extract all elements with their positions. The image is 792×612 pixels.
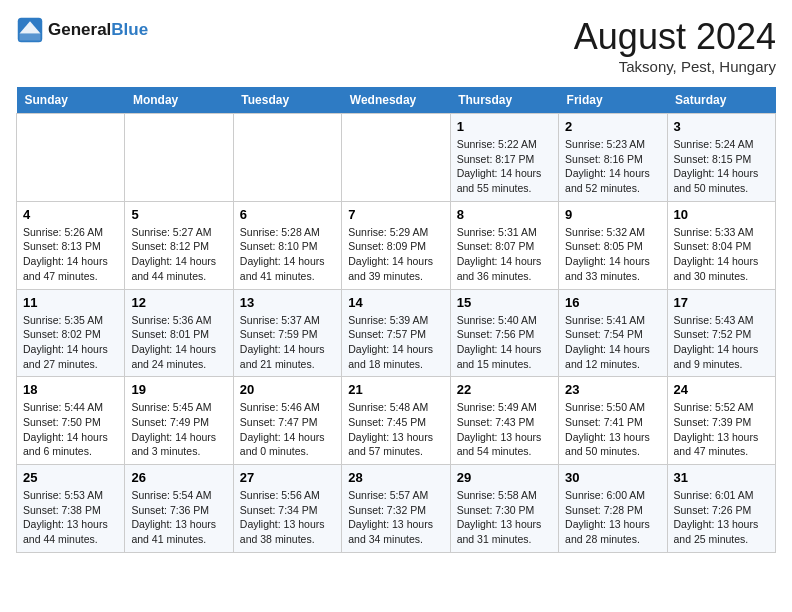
calendar-cell: 4Sunrise: 5:26 AM Sunset: 8:13 PM Daylig… (17, 201, 125, 289)
day-number: 9 (565, 207, 660, 222)
day-info: Sunrise: 5:56 AM Sunset: 7:34 PM Dayligh… (240, 488, 335, 547)
logo-text: GeneralBlue (48, 20, 148, 40)
day-info: Sunrise: 5:45 AM Sunset: 7:49 PM Dayligh… (131, 400, 226, 459)
day-number: 25 (23, 470, 118, 485)
calendar-cell: 20Sunrise: 5:46 AM Sunset: 7:47 PM Dayli… (233, 377, 341, 465)
day-info: Sunrise: 5:41 AM Sunset: 7:54 PM Dayligh… (565, 313, 660, 372)
calendar-cell: 12Sunrise: 5:36 AM Sunset: 8:01 PM Dayli… (125, 289, 233, 377)
day-number: 30 (565, 470, 660, 485)
day-number: 31 (674, 470, 769, 485)
title-block: August 2024 Taksony, Pest, Hungary (574, 16, 776, 75)
day-info: Sunrise: 5:26 AM Sunset: 8:13 PM Dayligh… (23, 225, 118, 284)
calendar-cell: 2Sunrise: 5:23 AM Sunset: 8:16 PM Daylig… (559, 114, 667, 202)
day-number: 8 (457, 207, 552, 222)
calendar-cell: 17Sunrise: 5:43 AM Sunset: 7:52 PM Dayli… (667, 289, 775, 377)
calendar-cell: 26Sunrise: 5:54 AM Sunset: 7:36 PM Dayli… (125, 465, 233, 553)
calendar-cell: 8Sunrise: 5:31 AM Sunset: 8:07 PM Daylig… (450, 201, 558, 289)
day-info: Sunrise: 5:58 AM Sunset: 7:30 PM Dayligh… (457, 488, 552, 547)
calendar-cell: 27Sunrise: 5:56 AM Sunset: 7:34 PM Dayli… (233, 465, 341, 553)
calendar-cell: 22Sunrise: 5:49 AM Sunset: 7:43 PM Dayli… (450, 377, 558, 465)
day-info: Sunrise: 5:54 AM Sunset: 7:36 PM Dayligh… (131, 488, 226, 547)
calendar-cell: 1Sunrise: 5:22 AM Sunset: 8:17 PM Daylig… (450, 114, 558, 202)
calendar-cell: 30Sunrise: 6:00 AM Sunset: 7:28 PM Dayli… (559, 465, 667, 553)
calendar-table: SundayMondayTuesdayWednesdayThursdayFrid… (16, 87, 776, 553)
calendar-cell: 11Sunrise: 5:35 AM Sunset: 8:02 PM Dayli… (17, 289, 125, 377)
calendar-cell: 13Sunrise: 5:37 AM Sunset: 7:59 PM Dayli… (233, 289, 341, 377)
calendar-cell: 14Sunrise: 5:39 AM Sunset: 7:57 PM Dayli… (342, 289, 450, 377)
calendar-week-row: 25Sunrise: 5:53 AM Sunset: 7:38 PM Dayli… (17, 465, 776, 553)
day-info: Sunrise: 5:23 AM Sunset: 8:16 PM Dayligh… (565, 137, 660, 196)
calendar-cell (233, 114, 341, 202)
calendar-cell: 25Sunrise: 5:53 AM Sunset: 7:38 PM Dayli… (17, 465, 125, 553)
day-info: Sunrise: 6:00 AM Sunset: 7:28 PM Dayligh… (565, 488, 660, 547)
calendar-cell: 6Sunrise: 5:28 AM Sunset: 8:10 PM Daylig… (233, 201, 341, 289)
calendar-cell: 18Sunrise: 5:44 AM Sunset: 7:50 PM Dayli… (17, 377, 125, 465)
calendar-cell (342, 114, 450, 202)
day-number: 14 (348, 295, 443, 310)
day-number: 17 (674, 295, 769, 310)
day-info: Sunrise: 5:49 AM Sunset: 7:43 PM Dayligh… (457, 400, 552, 459)
calendar-cell: 24Sunrise: 5:52 AM Sunset: 7:39 PM Dayli… (667, 377, 775, 465)
day-number: 18 (23, 382, 118, 397)
calendar-week-row: 1Sunrise: 5:22 AM Sunset: 8:17 PM Daylig… (17, 114, 776, 202)
day-number: 1 (457, 119, 552, 134)
month-title: August 2024 (574, 16, 776, 58)
day-info: Sunrise: 5:22 AM Sunset: 8:17 PM Dayligh… (457, 137, 552, 196)
day-of-week-header: Saturday (667, 87, 775, 114)
calendar-week-row: 11Sunrise: 5:35 AM Sunset: 8:02 PM Dayli… (17, 289, 776, 377)
day-number: 20 (240, 382, 335, 397)
calendar-cell: 28Sunrise: 5:57 AM Sunset: 7:32 PM Dayli… (342, 465, 450, 553)
day-number: 22 (457, 382, 552, 397)
day-of-week-header: Tuesday (233, 87, 341, 114)
day-of-week-header: Friday (559, 87, 667, 114)
day-of-week-header: Monday (125, 87, 233, 114)
day-number: 10 (674, 207, 769, 222)
day-info: Sunrise: 5:48 AM Sunset: 7:45 PM Dayligh… (348, 400, 443, 459)
day-info: Sunrise: 5:46 AM Sunset: 7:47 PM Dayligh… (240, 400, 335, 459)
calendar-cell: 3Sunrise: 5:24 AM Sunset: 8:15 PM Daylig… (667, 114, 775, 202)
calendar-cell: 15Sunrise: 5:40 AM Sunset: 7:56 PM Dayli… (450, 289, 558, 377)
calendar-week-row: 4Sunrise: 5:26 AM Sunset: 8:13 PM Daylig… (17, 201, 776, 289)
day-number: 15 (457, 295, 552, 310)
day-info: Sunrise: 5:36 AM Sunset: 8:01 PM Dayligh… (131, 313, 226, 372)
day-number: 21 (348, 382, 443, 397)
day-number: 11 (23, 295, 118, 310)
calendar-week-row: 18Sunrise: 5:44 AM Sunset: 7:50 PM Dayli… (17, 377, 776, 465)
day-of-week-header: Wednesday (342, 87, 450, 114)
day-number: 23 (565, 382, 660, 397)
day-info: Sunrise: 5:31 AM Sunset: 8:07 PM Dayligh… (457, 225, 552, 284)
day-number: 2 (565, 119, 660, 134)
day-info: Sunrise: 5:53 AM Sunset: 7:38 PM Dayligh… (23, 488, 118, 547)
calendar-cell: 19Sunrise: 5:45 AM Sunset: 7:49 PM Dayli… (125, 377, 233, 465)
day-info: Sunrise: 5:40 AM Sunset: 7:56 PM Dayligh… (457, 313, 552, 372)
calendar-cell: 9Sunrise: 5:32 AM Sunset: 8:05 PM Daylig… (559, 201, 667, 289)
day-number: 13 (240, 295, 335, 310)
svg-rect-2 (20, 34, 41, 41)
page-header: GeneralBlue August 2024 Taksony, Pest, H… (16, 16, 776, 75)
day-number: 24 (674, 382, 769, 397)
day-number: 27 (240, 470, 335, 485)
day-info: Sunrise: 5:57 AM Sunset: 7:32 PM Dayligh… (348, 488, 443, 547)
day-info: Sunrise: 6:01 AM Sunset: 7:26 PM Dayligh… (674, 488, 769, 547)
calendar-body: 1Sunrise: 5:22 AM Sunset: 8:17 PM Daylig… (17, 114, 776, 553)
day-info: Sunrise: 5:37 AM Sunset: 7:59 PM Dayligh… (240, 313, 335, 372)
day-info: Sunrise: 5:43 AM Sunset: 7:52 PM Dayligh… (674, 313, 769, 372)
day-info: Sunrise: 5:44 AM Sunset: 7:50 PM Dayligh… (23, 400, 118, 459)
day-number: 28 (348, 470, 443, 485)
day-of-week-header: Thursday (450, 87, 558, 114)
day-number: 4 (23, 207, 118, 222)
calendar-cell: 10Sunrise: 5:33 AM Sunset: 8:04 PM Dayli… (667, 201, 775, 289)
day-number: 3 (674, 119, 769, 134)
day-info: Sunrise: 5:35 AM Sunset: 8:02 PM Dayligh… (23, 313, 118, 372)
logo-icon (16, 16, 44, 44)
day-number: 5 (131, 207, 226, 222)
day-number: 12 (131, 295, 226, 310)
day-number: 7 (348, 207, 443, 222)
day-number: 16 (565, 295, 660, 310)
day-info: Sunrise: 5:28 AM Sunset: 8:10 PM Dayligh… (240, 225, 335, 284)
day-of-week-header: Sunday (17, 87, 125, 114)
day-info: Sunrise: 5:50 AM Sunset: 7:41 PM Dayligh… (565, 400, 660, 459)
day-number: 26 (131, 470, 226, 485)
calendar-cell: 31Sunrise: 6:01 AM Sunset: 7:26 PM Dayli… (667, 465, 775, 553)
day-info: Sunrise: 5:33 AM Sunset: 8:04 PM Dayligh… (674, 225, 769, 284)
